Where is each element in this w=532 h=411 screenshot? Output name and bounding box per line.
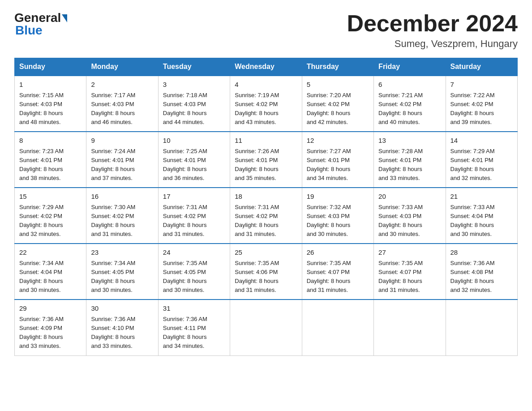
page: General Blue December 2024 Sumeg, Veszpr… bbox=[0, 0, 532, 367]
calendar-header-sunday: Sunday bbox=[15, 58, 86, 76]
calendar-cell-2-5: 12Sunrise: 7:27 AM Sunset: 4:01 PM Dayli… bbox=[302, 132, 373, 188]
day-info: Sunrise: 7:17 AM Sunset: 4:03 PM Dayligh… bbox=[91, 91, 153, 127]
calendar-cell-5-4 bbox=[230, 300, 302, 355]
calendar-week-3: 15Sunrise: 7:29 AM Sunset: 4:02 PM Dayli… bbox=[15, 188, 518, 244]
calendar-cell-2-7: 14Sunrise: 7:29 AM Sunset: 4:01 PM Dayli… bbox=[446, 132, 517, 188]
calendar-cell-5-7 bbox=[446, 300, 517, 355]
day-number: 6 bbox=[378, 80, 441, 90]
calendar-cell-1-1: 1Sunrise: 7:15 AM Sunset: 4:03 PM Daylig… bbox=[15, 76, 86, 132]
day-number: 14 bbox=[450, 136, 513, 146]
day-info: Sunrise: 7:36 AM Sunset: 4:11 PM Dayligh… bbox=[163, 315, 225, 351]
day-number: 16 bbox=[91, 192, 153, 202]
day-number: 8 bbox=[19, 136, 82, 146]
calendar-cell-1-4: 4Sunrise: 7:19 AM Sunset: 4:02 PM Daylig… bbox=[230, 76, 302, 132]
day-number: 24 bbox=[163, 248, 225, 258]
calendar-week-4: 22Sunrise: 7:34 AM Sunset: 4:04 PM Dayli… bbox=[15, 244, 518, 300]
calendar-table: SundayMondayTuesdayWednesdayThursdayFrid… bbox=[14, 58, 518, 355]
day-info: Sunrise: 7:27 AM Sunset: 4:01 PM Dayligh… bbox=[307, 147, 369, 183]
day-number: 4 bbox=[235, 80, 297, 90]
day-info: Sunrise: 7:18 AM Sunset: 4:03 PM Dayligh… bbox=[163, 91, 225, 127]
day-info: Sunrise: 7:20 AM Sunset: 4:02 PM Dayligh… bbox=[307, 91, 369, 127]
calendar-cell-4-7: 28Sunrise: 7:36 AM Sunset: 4:08 PM Dayli… bbox=[446, 244, 517, 300]
logo: General Blue bbox=[14, 11, 67, 38]
calendar-cell-1-6: 6Sunrise: 7:21 AM Sunset: 4:02 PM Daylig… bbox=[374, 76, 446, 132]
day-number: 13 bbox=[378, 136, 441, 146]
day-number: 11 bbox=[235, 136, 297, 146]
calendar-cell-4-2: 23Sunrise: 7:34 AM Sunset: 4:05 PM Dayli… bbox=[86, 244, 158, 300]
calendar-cell-5-2: 30Sunrise: 7:36 AM Sunset: 4:10 PM Dayli… bbox=[86, 300, 158, 355]
day-number: 25 bbox=[235, 248, 297, 258]
day-number: 1 bbox=[19, 80, 82, 90]
calendar-cell-5-3: 31Sunrise: 7:36 AM Sunset: 4:11 PM Dayli… bbox=[158, 300, 230, 355]
calendar-cell-3-1: 15Sunrise: 7:29 AM Sunset: 4:02 PM Dayli… bbox=[15, 188, 86, 244]
day-info: Sunrise: 7:36 AM Sunset: 4:10 PM Dayligh… bbox=[91, 315, 153, 351]
day-info: Sunrise: 7:21 AM Sunset: 4:02 PM Dayligh… bbox=[378, 91, 441, 127]
day-number: 19 bbox=[307, 192, 369, 202]
calendar-header-thursday: Thursday bbox=[302, 58, 373, 76]
day-number: 12 bbox=[307, 136, 369, 146]
logo-arrow-icon bbox=[62, 14, 67, 22]
calendar-week-5: 29Sunrise: 7:36 AM Sunset: 4:09 PM Dayli… bbox=[15, 300, 518, 355]
day-number: 22 bbox=[19, 248, 82, 258]
calendar-week-2: 8Sunrise: 7:23 AM Sunset: 4:01 PM Daylig… bbox=[15, 132, 518, 188]
day-number: 23 bbox=[91, 248, 153, 258]
calendar-week-1: 1Sunrise: 7:15 AM Sunset: 4:03 PM Daylig… bbox=[15, 76, 518, 132]
day-info: Sunrise: 7:31 AM Sunset: 4:02 PM Dayligh… bbox=[235, 203, 297, 239]
calendar-cell-1-3: 3Sunrise: 7:18 AM Sunset: 4:03 PM Daylig… bbox=[158, 76, 230, 132]
calendar-cell-2-4: 11Sunrise: 7:26 AM Sunset: 4:01 PM Dayli… bbox=[230, 132, 302, 188]
calendar-cell-3-3: 17Sunrise: 7:31 AM Sunset: 4:02 PM Dayli… bbox=[158, 188, 230, 244]
day-number: 29 bbox=[19, 304, 82, 314]
day-info: Sunrise: 7:34 AM Sunset: 4:04 PM Dayligh… bbox=[19, 259, 82, 295]
calendar-cell-5-5 bbox=[302, 300, 373, 355]
day-info: Sunrise: 7:22 AM Sunset: 4:02 PM Dayligh… bbox=[450, 91, 513, 127]
day-info: Sunrise: 7:35 AM Sunset: 4:07 PM Dayligh… bbox=[307, 259, 369, 295]
calendar-cell-4-5: 26Sunrise: 7:35 AM Sunset: 4:07 PM Dayli… bbox=[302, 244, 373, 300]
day-number: 21 bbox=[450, 192, 513, 202]
day-number: 3 bbox=[163, 80, 225, 90]
calendar-cell-3-6: 20Sunrise: 7:33 AM Sunset: 4:03 PM Dayli… bbox=[374, 188, 446, 244]
location: Sumeg, Veszprem, Hungary bbox=[347, 38, 518, 50]
month-title: December 2024 bbox=[347, 11, 518, 36]
day-info: Sunrise: 7:24 AM Sunset: 4:01 PM Dayligh… bbox=[91, 147, 153, 183]
calendar-cell-3-5: 19Sunrise: 7:32 AM Sunset: 4:03 PM Dayli… bbox=[302, 188, 373, 244]
day-info: Sunrise: 7:33 AM Sunset: 4:03 PM Dayligh… bbox=[378, 203, 441, 239]
calendar-header-tuesday: Tuesday bbox=[158, 58, 230, 76]
day-number: 10 bbox=[163, 136, 225, 146]
calendar-cell-5-6 bbox=[374, 300, 446, 355]
day-info: Sunrise: 7:25 AM Sunset: 4:01 PM Dayligh… bbox=[163, 147, 225, 183]
day-info: Sunrise: 7:23 AM Sunset: 4:01 PM Dayligh… bbox=[19, 147, 82, 183]
day-info: Sunrise: 7:33 AM Sunset: 4:04 PM Dayligh… bbox=[450, 203, 513, 239]
calendar-cell-3-2: 16Sunrise: 7:30 AM Sunset: 4:02 PM Dayli… bbox=[86, 188, 158, 244]
day-number: 15 bbox=[19, 192, 82, 202]
calendar-cell-2-6: 13Sunrise: 7:28 AM Sunset: 4:01 PM Dayli… bbox=[374, 132, 446, 188]
day-number: 30 bbox=[91, 304, 153, 314]
calendar-cell-1-5: 5Sunrise: 7:20 AM Sunset: 4:02 PM Daylig… bbox=[302, 76, 373, 132]
calendar-cell-3-4: 18Sunrise: 7:31 AM Sunset: 4:02 PM Dayli… bbox=[230, 188, 302, 244]
calendar-cell-1-7: 7Sunrise: 7:22 AM Sunset: 4:02 PM Daylig… bbox=[446, 76, 517, 132]
logo-blue: Blue bbox=[15, 23, 43, 38]
day-number: 9 bbox=[91, 136, 153, 146]
day-info: Sunrise: 7:35 AM Sunset: 4:05 PM Dayligh… bbox=[163, 259, 225, 295]
calendar-cell-4-6: 27Sunrise: 7:35 AM Sunset: 4:07 PM Dayli… bbox=[374, 244, 446, 300]
calendar-cell-4-1: 22Sunrise: 7:34 AM Sunset: 4:04 PM Dayli… bbox=[15, 244, 86, 300]
day-info: Sunrise: 7:34 AM Sunset: 4:05 PM Dayligh… bbox=[91, 259, 153, 295]
calendar-cell-2-1: 8Sunrise: 7:23 AM Sunset: 4:01 PM Daylig… bbox=[15, 132, 86, 188]
day-info: Sunrise: 7:35 AM Sunset: 4:06 PM Dayligh… bbox=[235, 259, 297, 295]
calendar-header-friday: Friday bbox=[374, 58, 446, 76]
day-info: Sunrise: 7:15 AM Sunset: 4:03 PM Dayligh… bbox=[19, 91, 82, 127]
day-number: 7 bbox=[450, 80, 513, 90]
day-number: 5 bbox=[307, 80, 369, 90]
calendar-cell-2-2: 9Sunrise: 7:24 AM Sunset: 4:01 PM Daylig… bbox=[86, 132, 158, 188]
day-info: Sunrise: 7:32 AM Sunset: 4:03 PM Dayligh… bbox=[307, 203, 369, 239]
day-number: 18 bbox=[235, 192, 297, 202]
day-info: Sunrise: 7:26 AM Sunset: 4:01 PM Dayligh… bbox=[235, 147, 297, 183]
calendar-cell-4-4: 25Sunrise: 7:35 AM Sunset: 4:06 PM Dayli… bbox=[230, 244, 302, 300]
calendar-cell-1-2: 2Sunrise: 7:17 AM Sunset: 4:03 PM Daylig… bbox=[86, 76, 158, 132]
calendar-header-monday: Monday bbox=[86, 58, 158, 76]
day-number: 26 bbox=[307, 248, 369, 258]
calendar-cell-5-1: 29Sunrise: 7:36 AM Sunset: 4:09 PM Dayli… bbox=[15, 300, 86, 355]
calendar-header-row: SundayMondayTuesdayWednesdayThursdayFrid… bbox=[15, 58, 518, 76]
title-block: December 2024 Sumeg, Veszprem, Hungary bbox=[347, 11, 518, 50]
day-info: Sunrise: 7:29 AM Sunset: 4:02 PM Dayligh… bbox=[19, 203, 82, 239]
day-info: Sunrise: 7:19 AM Sunset: 4:02 PM Dayligh… bbox=[235, 91, 297, 127]
